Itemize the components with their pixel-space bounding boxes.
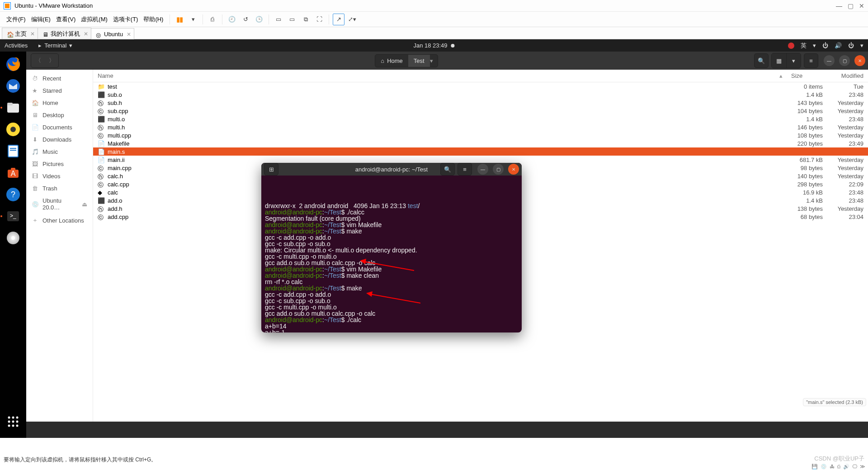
rhythmbox-app[interactable] (3, 119, 23, 139)
forward-button[interactable]: 〉 (45, 54, 58, 67)
view-unity-icon[interactable]: ⧉ (300, 14, 311, 25)
view-stretch-icon[interactable]: ⛶ (313, 14, 325, 25)
power-icon[interactable]: ⏻ (848, 42, 854, 49)
tray-usb-icon[interactable]: ⎙ (837, 464, 840, 469)
pause-button[interactable]: ▮▮ (174, 14, 185, 25)
back-button[interactable]: 〈 (31, 54, 45, 67)
tray-disk-icon[interactable]: 💾 (811, 464, 818, 470)
network-icon[interactable]: ⏻ (822, 42, 828, 49)
minimize-button[interactable]: — (836, 2, 842, 9)
snapshot-revert-icon[interactable]: ↺ (240, 14, 251, 25)
term-maximize[interactable]: ▢ (493, 164, 504, 175)
tray-display-icon[interactable]: 🖵 (852, 464, 857, 469)
view-grid-button[interactable]: ▦ (772, 53, 786, 68)
eject-icon[interactable]: ⏏ (82, 201, 87, 208)
sidebar-item-home[interactable]: 🏠Home (26, 97, 93, 109)
help-app[interactable]: ? (3, 185, 23, 204)
disc-app[interactable] (3, 228, 23, 248)
menu-button[interactable]: ≡ (804, 53, 818, 68)
sidebar-icon: 🗑 (32, 185, 38, 192)
menu-item-4[interactable]: 选项卡(T) (110, 14, 141, 25)
tray-net-icon[interactable]: 🖧 (830, 464, 835, 469)
term-minimize[interactable]: — (477, 164, 488, 175)
file-row[interactable]: ⓒmulti.cpp108 bytesYesterday (93, 131, 868, 139)
tab-Ubuntu[interactable]: ◎Ubuntu✕ (91, 28, 134, 39)
close-button[interactable]: ✕ (859, 2, 864, 9)
sidebar-item-videos[interactable]: 🎞Videos (26, 170, 93, 182)
sidebar-item-other locations[interactable]: ＋Other Locations (26, 214, 93, 227)
path-bar[interactable]: ⌂Home Test ▾ (375, 54, 438, 67)
file-row[interactable]: 📄Makefile220 bytes23:49 (93, 139, 868, 147)
sidebar-item-ubuntu 20.0…[interactable]: 💿Ubuntu 20.0…⏏ (26, 195, 93, 214)
view-caret[interactable]: ▾ (786, 53, 801, 68)
file-row[interactable]: ⓗsub.h143 bytesYesterday (93, 99, 868, 107)
tab-close-icon[interactable]: ✕ (84, 31, 88, 37)
terminal-window[interactable]: ⊞ android@android-pc: ~/Test 🔍 ≡ — ▢ ✕ d… (261, 163, 522, 332)
tray-cd-icon[interactable]: 💿 (821, 464, 827, 470)
menu-item-3[interactable]: 虚拟机(M) (78, 14, 110, 25)
pause-dropdown[interactable]: ▾ (187, 14, 199, 25)
snapshot-manage-icon[interactable]: 🕒 (253, 14, 265, 25)
view-multi-icon[interactable]: ▭ (286, 14, 298, 25)
fullscreen-button[interactable]: ↗ (333, 14, 344, 25)
firefox-app[interactable] (3, 54, 23, 74)
menu-item-0[interactable]: 文件(F) (4, 14, 28, 25)
menu-item-5[interactable]: 帮助(H) (141, 14, 166, 25)
tab-主页[interactable]: 🏠主页✕ (2, 28, 38, 39)
tray-more-icon[interactable]: ≫ (860, 464, 865, 470)
sidebar-item-music[interactable]: 🎵Music (26, 146, 93, 158)
maximize-button[interactable]: ▢ (848, 2, 854, 9)
term-menu-button[interactable]: ≡ (458, 163, 472, 176)
col-size[interactable]: Size (787, 70, 827, 82)
file-row[interactable]: 📄main.s (93, 147, 868, 156)
cycle-button[interactable]: ⤢▾ (346, 14, 358, 25)
ime-indicator[interactable]: 英 (801, 42, 807, 50)
sidebar-item-starred[interactable]: ★Starred (26, 85, 93, 97)
file-modified: Yesterday (827, 107, 868, 115)
terminal-app[interactable]: >_ (3, 206, 23, 226)
search-button[interactable]: 🔍 (754, 53, 769, 68)
col-modified[interactable]: Modified (827, 70, 868, 82)
app-grid-button[interactable] (3, 412, 23, 432)
col-name[interactable]: Name (93, 70, 779, 82)
sidebar-item-documents[interactable]: 📄Documents (26, 121, 93, 133)
sort-caret-icon[interactable]: ▴ (779, 70, 787, 82)
path-caret-icon[interactable]: ▾ (430, 57, 438, 64)
file-row[interactable]: ⓒsub.cpp104 bytesYesterday (93, 107, 868, 115)
sound-icon[interactable]: 🔊 (835, 42, 842, 49)
tab-我的计算机[interactable]: 🖥我的计算机✕ (38, 28, 91, 39)
sidebar-item-desktop[interactable]: 🖥Desktop (26, 109, 93, 121)
thunderbird-app[interactable] (3, 76, 23, 96)
activities-button[interactable]: Activities (5, 42, 28, 49)
nautilus-minimize[interactable]: — (824, 55, 835, 66)
software-app[interactable]: A (3, 163, 23, 183)
view-single-icon[interactable]: ▭ (273, 14, 284, 25)
snapshot-take-icon[interactable]: 🕘 (226, 14, 238, 25)
system-caret-icon[interactable]: ▾ (860, 42, 863, 49)
tab-close-icon[interactable]: ✕ (127, 31, 131, 38)
menu-item-1[interactable]: 编辑(E) (28, 14, 53, 25)
send-button[interactable]: ⎙ (207, 14, 218, 25)
tray-sound-icon[interactable]: 🔊 (843, 464, 849, 470)
nautilus-maximize[interactable]: ▢ (839, 55, 850, 66)
sidebar-item-downloads[interactable]: ⬇Downloads (26, 133, 93, 146)
terminal-body[interactable]: drwxrwxr-x 2 android android 4096 Jan 16… (261, 176, 522, 332)
term-search-button[interactable]: 🔍 (440, 163, 455, 176)
sidebar-item-trash[interactable]: 🗑Trash (26, 182, 93, 195)
nautilus-close[interactable]: ✕ (854, 55, 865, 66)
term-close[interactable]: ✕ (508, 164, 519, 175)
clock[interactable]: Jan 18 23:49 (413, 42, 447, 49)
file-row[interactable]: ⓗmulti.h146 bytesYesterday (93, 123, 868, 131)
new-tab-button[interactable]: ⊞ (264, 163, 278, 176)
file-row[interactable]: ⬛multi.o1.4 kB23:48 (93, 115, 868, 123)
app-menu[interactable]: ▸ Terminal ▾ (38, 42, 72, 49)
recording-icon[interactable] (788, 43, 794, 49)
sidebar-item-recent[interactable]: ⏱Recent (26, 72, 93, 85)
files-app[interactable] (3, 98, 23, 118)
tab-close-icon[interactable]: ✕ (30, 31, 35, 37)
menu-item-2[interactable]: 查看(V) (53, 14, 78, 25)
writer-app[interactable] (3, 141, 23, 161)
file-row[interactable]: ⬛sub.o1.4 kB23:48 (93, 90, 868, 99)
sidebar-item-pictures[interactable]: 🖼Pictures (26, 158, 93, 170)
file-row[interactable]: 📁test0 itemsTue (93, 82, 868, 90)
